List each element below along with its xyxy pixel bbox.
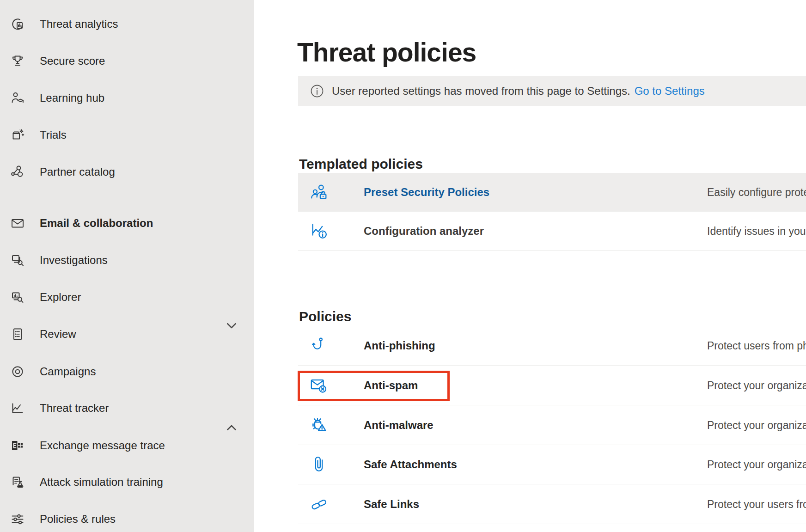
policy-description: Protect your users from	[707, 498, 806, 510]
trials-icon	[10, 128, 25, 142]
sidebar-item-campaigns[interactable]: Campaigns	[0, 353, 254, 390]
safe-attachments-icon	[310, 455, 329, 474]
sidebar-item-label: Partner catalog	[40, 165, 115, 178]
review-icon	[10, 327, 25, 342]
policy-name: Anti-malware	[364, 419, 434, 432]
sidebar-item-threat-analytics[interactable]: Threat analytics	[0, 6, 254, 43]
sidebar-item-label: Secure score	[40, 55, 105, 67]
policy-name: Safe Attachments	[364, 458, 457, 471]
configuration-analyzer-icon	[310, 221, 329, 241]
sidebar-item-partner-catalog[interactable]: Partner catalog	[0, 153, 254, 190]
policy-description: Protect your organization	[707, 459, 806, 471]
templated-policies-list: Preset Security Policies Easily configur…	[298, 173, 806, 251]
sidebar-item-label: Campaigns	[40, 365, 96, 378]
row-safe-links[interactable]: Safe Links Protect your users from	[298, 484, 806, 524]
sidebar-item-learning-hub[interactable]: Learning hub	[0, 79, 254, 116]
policy-description: Protect users from phishing	[707, 339, 806, 352]
sidebar-item-label: Email & collaboration	[40, 217, 153, 230]
sidebar-item-review[interactable]: Review	[0, 316, 254, 353]
anti-phishing-icon	[310, 336, 329, 355]
campaigns-icon	[10, 364, 25, 379]
sidebar-item-label: Review	[40, 328, 76, 341]
secure-score-icon	[10, 54, 25, 68]
attack-simulation-icon	[10, 475, 25, 489]
sidebar-item-trials[interactable]: Trials	[0, 116, 254, 153]
sidebar-divider	[10, 199, 239, 199]
anti-spam-icon	[310, 376, 329, 395]
policies-list: Anti-phishing Protect users from phishin…	[298, 326, 806, 524]
policy-name: Anti-phishing	[364, 339, 435, 352]
banner-message: User reported settings has moved from th…	[332, 85, 630, 98]
row-preset-security-policies[interactable]: Preset Security Policies Easily configur…	[298, 173, 806, 212]
policy-description: Identify issues in your current	[707, 225, 806, 238]
threat-analytics-icon	[10, 17, 25, 31]
sidebar-item-label: Investigations	[40, 254, 108, 267]
policy-name: Safe Links	[364, 498, 419, 511]
sidebar-item-explorer[interactable]: Explorer	[0, 279, 254, 316]
policy-name: Anti-spam	[364, 379, 418, 392]
threat-tracker-icon	[10, 401, 25, 416]
sidebar-item-label: Threat analytics	[40, 18, 118, 31]
sidebar-item-label: Threat tracker	[40, 402, 109, 415]
sidebar-item-label: Exchange message trace	[40, 439, 165, 452]
policies-rules-icon	[10, 512, 25, 526]
sidebar-item-label: Trials	[40, 128, 67, 141]
sidebar-item-label: Attack simulation training	[40, 476, 163, 489]
policy-description: Protect your organization	[707, 419, 806, 431]
sidebar-item-secure-score[interactable]: Secure score	[0, 43, 254, 79]
policy-name: Configuration analyzer	[364, 225, 484, 238]
row-safe-attachments[interactable]: Safe Attachments Protect your organizati…	[298, 445, 806, 484]
sidebar-item-investigations[interactable]: Investigations	[0, 242, 254, 279]
policies-heading: Policies	[299, 309, 351, 324]
info-banner: User reported settings has moved from th…	[298, 76, 806, 106]
sidebar-item-threat-tracker[interactable]: Threat tracker	[0, 390, 254, 427]
sidebar: Threat analytics Secure score	[0, 0, 254, 532]
threat-policies-page: Threat analytics Secure score	[0, 0, 806, 532]
sidebar-item-label: Policies & rules	[40, 513, 116, 526]
sidebar-item-email-collaboration[interactable]: Email & collaboration	[0, 205, 254, 242]
investigations-icon	[10, 253, 25, 268]
explorer-icon	[10, 290, 25, 305]
sidebar-item-attack-simulation-training[interactable]: Attack simulation training	[0, 464, 254, 501]
anti-malware-icon	[310, 416, 329, 435]
sidebar-item-label: Explorer	[40, 291, 81, 304]
sidebar-item-exchange-message-trace[interactable]: Exchange message trace	[0, 427, 254, 464]
sidebar-item-label: Learning hub	[40, 92, 104, 104]
preset-security-policies-icon	[310, 183, 329, 202]
sidebar-item-policies-rules[interactable]: Policies & rules	[0, 501, 254, 532]
templated-policies-heading: Templated policies	[299, 156, 423, 172]
page-title: Threat policies	[297, 36, 476, 68]
main-content: Threat policies User reported settings h…	[254, 0, 806, 532]
row-configuration-analyzer[interactable]: Configuration analyzer Identify issues i…	[298, 212, 806, 251]
email-collaboration-icon	[10, 216, 25, 231]
safe-links-icon	[310, 495, 329, 514]
go-to-settings-link[interactable]: Go to Settings	[635, 85, 705, 98]
partner-catalog-icon	[10, 165, 25, 179]
row-anti-malware[interactable]: Anti-malware Protect your organization	[298, 405, 806, 445]
info-icon	[310, 84, 324, 98]
exchange-icon	[10, 438, 25, 453]
policy-description: Protect your organization	[707, 379, 806, 391]
policy-description: Easily configure protection	[707, 186, 806, 199]
policy-name: Preset Security Policies	[364, 186, 489, 199]
learning-hub-icon	[10, 91, 25, 105]
row-anti-spam[interactable]: Anti-spam Protect your organization	[298, 366, 806, 405]
row-anti-phishing[interactable]: Anti-phishing Protect users from phishin…	[298, 326, 806, 366]
